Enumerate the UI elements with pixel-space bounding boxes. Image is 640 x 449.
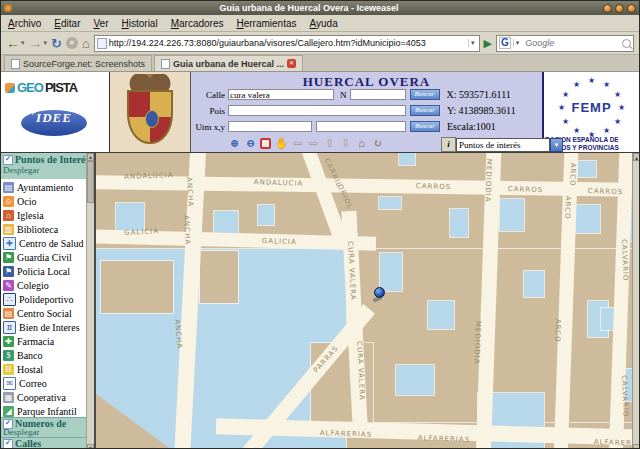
utm-y-input[interactable] bbox=[316, 121, 406, 132]
poi-item-biblioteca[interactable]: ▥Biblioteca bbox=[1, 222, 86, 236]
poi-item-centro-de-salud[interactable]: ✚Centro de Salud bbox=[1, 236, 86, 250]
minimize-button[interactable] bbox=[603, 4, 612, 13]
poi-item-policia-local[interactable]: ⚑Policia Local bbox=[1, 264, 86, 278]
poi-toggle-link[interactable]: Desplegar bbox=[3, 165, 84, 175]
sidebar-scrollbar[interactable]: ▲ ▼ bbox=[86, 153, 94, 449]
search-engine-caret-icon[interactable]: ▾ bbox=[513, 39, 522, 47]
poi-item-label: Iglesia bbox=[17, 210, 44, 221]
menu-editar[interactable]: Editar bbox=[54, 18, 80, 29]
tab-0[interactable]: SourceForge.net: Screenshots bbox=[4, 55, 152, 71]
buscar-pois-button[interactable]: Buscar bbox=[410, 105, 440, 116]
star-icon: ★ bbox=[588, 130, 595, 139]
search-icon[interactable] bbox=[622, 39, 631, 48]
go-button[interactable]: ▶ bbox=[484, 37, 492, 50]
scroll-up-icon[interactable]: ▲ bbox=[633, 153, 640, 161]
sidebar-footer: ✓ Numeros de Desplegar ✓ Calles bbox=[1, 417, 86, 449]
poi-item-banco[interactable]: $Banco bbox=[1, 348, 86, 362]
forward-icon[interactable]: → bbox=[29, 35, 43, 51]
refresh-icon[interactable]: ↻ bbox=[51, 36, 62, 51]
pan-icon[interactable]: ✋ bbox=[274, 136, 289, 150]
back-icon[interactable]: ← bbox=[6, 36, 20, 50]
star-icon: ✦ bbox=[29, 108, 37, 117]
poi-item-guardia-civil[interactable]: ⚑Guardia Civil bbox=[1, 250, 86, 264]
page-scrollbar[interactable]: ▲ ▼ bbox=[632, 153, 639, 449]
scroll-down-icon[interactable]: ▼ bbox=[633, 444, 640, 449]
poi-item-iglesia[interactable]: ⌂Iglesia bbox=[1, 208, 86, 222]
numeros-section-header[interactable]: ✓ Numeros de Desplegar bbox=[1, 418, 86, 438]
checkbox-icon[interactable]: ✓ bbox=[3, 155, 13, 165]
forward-history-caret-icon[interactable]: ▾ bbox=[44, 39, 48, 47]
url-dropdown-icon[interactable]: ▾ bbox=[468, 39, 477, 47]
poi-item-correo[interactable]: ✉Correo bbox=[1, 376, 86, 390]
pan-right-icon[interactable]: ⇨ bbox=[306, 136, 321, 150]
back-history-caret-icon[interactable]: ▾ bbox=[21, 39, 25, 47]
pan-left-icon[interactable]: ⇦ bbox=[290, 136, 305, 150]
pharmacy-icon: ✚ bbox=[3, 336, 14, 347]
close-button[interactable] bbox=[627, 4, 636, 13]
poi-item-cooperativa[interactable]: ▦Cooperativa bbox=[1, 390, 86, 404]
menu-archivo[interactable]: Archivo bbox=[8, 18, 41, 29]
street-label: ANCHA bbox=[182, 215, 192, 245]
poi-item-label: Policia Local bbox=[17, 266, 70, 277]
poi-item-colegio[interactable]: ✎Colegio bbox=[1, 278, 86, 292]
pois-input[interactable] bbox=[228, 105, 406, 116]
logo-panel: GEOPISTA ✦ IDEE bbox=[1, 72, 110, 152]
search-bar[interactable]: G ▾ bbox=[496, 35, 634, 52]
home-icon[interactable]: ⌂ bbox=[82, 36, 90, 51]
map-block bbox=[380, 253, 402, 291]
utm-x-input[interactable] bbox=[228, 121, 312, 132]
web-search-input[interactable] bbox=[523, 37, 620, 49]
poi-item-ocio[interactable]: ☺Ocio bbox=[1, 194, 86, 208]
tab-bar: SourceForge.net: ScreenshotsGuia urbana … bbox=[1, 55, 639, 72]
tab-1[interactable]: Guia urbana de Huercal ...✕ bbox=[154, 55, 303, 71]
zoom-in-icon[interactable]: ⊕ bbox=[227, 136, 242, 150]
scroll-down-icon[interactable]: ▼ bbox=[87, 444, 94, 449]
poi-item-centro-social[interactable]: ▤Centro Social bbox=[1, 306, 86, 320]
select-area-icon[interactable] bbox=[260, 138, 271, 149]
poi-item-polideportivo[interactable]: ∴Polideportivo bbox=[1, 292, 86, 306]
social-center-icon: ▤ bbox=[3, 308, 14, 319]
url-bar[interactable]: ▾ bbox=[94, 35, 480, 52]
pan-up-icon[interactable]: ⇧ bbox=[322, 136, 337, 150]
layers-dropdown-value[interactable]: Puntos de interés bbox=[456, 138, 550, 152]
zoom-out-icon[interactable]: ⊖ bbox=[243, 136, 258, 150]
tab-close-icon[interactable]: ✕ bbox=[287, 59, 296, 68]
pan-down-icon[interactable]: ⇩ bbox=[338, 136, 353, 150]
map-block bbox=[576, 205, 600, 233]
guardia-civil-icon: ⚑ bbox=[3, 252, 14, 263]
info-button[interactable]: i bbox=[441, 137, 456, 152]
checkbox-icon[interactable]: ✓ bbox=[3, 439, 13, 449]
menu-marcadores[interactable]: Marcadores bbox=[171, 18, 224, 29]
buscar-calle-button[interactable]: Buscar bbox=[410, 89, 440, 100]
star-icon: ★ bbox=[614, 117, 621, 126]
maximize-button[interactable] bbox=[615, 4, 624, 13]
poi-item-ayuntamiento[interactable]: ▤Ayuntamiento bbox=[1, 180, 86, 194]
url-input[interactable] bbox=[109, 38, 466, 48]
numero-input[interactable] bbox=[350, 89, 406, 100]
scrollbar-thumb[interactable] bbox=[87, 161, 94, 203]
chevron-down-icon[interactable]: ▼ bbox=[550, 138, 563, 152]
townhall-icon: ▤ bbox=[3, 182, 14, 193]
poi-item-hostal[interactable]: HHostal bbox=[1, 362, 86, 376]
menu-ayuda[interactable]: Ayuda bbox=[310, 18, 338, 29]
search-engine-icon[interactable]: G bbox=[499, 37, 511, 49]
calles-section-header[interactable]: ✓ Calles bbox=[1, 438, 86, 449]
map-block bbox=[396, 365, 434, 395]
poi-item-farmacia[interactable]: ✚Farmacia bbox=[1, 334, 86, 348]
refresh-icon[interactable]: ↻ bbox=[370, 136, 385, 150]
menu-herramientas[interactable]: Herramientas bbox=[236, 18, 296, 29]
stop-icon[interactable]: ✕ bbox=[66, 37, 78, 49]
poi-item-bien-de-interes[interactable]: ⅡBien de Interes bbox=[1, 320, 86, 334]
menu-ver[interactable]: Ver bbox=[93, 18, 108, 29]
map-marker[interactable] bbox=[374, 287, 385, 298]
poi-item-parque-infantil[interactable]: ◢Parque Infantil bbox=[1, 404, 86, 418]
map-canvas[interactable]: ANDALUCIAANDALUCIAANCHAANCHAANCHAGALICIA… bbox=[96, 153, 632, 449]
scroll-up-icon[interactable]: ▲ bbox=[87, 153, 94, 161]
calle-input[interactable] bbox=[228, 89, 334, 100]
layers-dropdown[interactable]: Puntos de interés ▼ bbox=[456, 138, 563, 152]
poi-section-header[interactable]: ✓ Puntos de Interés Desplegar bbox=[1, 153, 86, 179]
menu-historial[interactable]: Historial bbox=[122, 18, 158, 29]
content-area: ✓ Puntos de Interés Desplegar ▤Ayuntamie… bbox=[1, 153, 639, 449]
home-icon[interactable]: ⌂ bbox=[354, 136, 369, 150]
buscar-utm-button[interactable]: Buscar bbox=[410, 121, 440, 132]
